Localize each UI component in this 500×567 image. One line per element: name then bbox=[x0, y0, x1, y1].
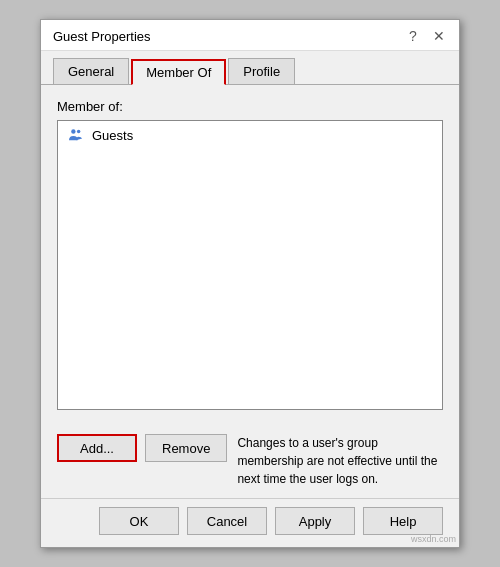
cancel-button[interactable]: Cancel bbox=[187, 507, 267, 535]
remove-button[interactable]: Remove bbox=[145, 434, 227, 462]
title-bar: Guest Properties ? ✕ bbox=[41, 20, 459, 51]
add-button[interactable]: Add... bbox=[57, 434, 137, 462]
member-of-listbox[interactable]: Guests bbox=[57, 120, 443, 410]
bottom-buttons-row: OK Cancel Apply Help bbox=[41, 498, 459, 547]
dialog-title: Guest Properties bbox=[53, 29, 151, 44]
ok-button[interactable]: OK bbox=[99, 507, 179, 535]
mid-buttons-row: Add... Remove Changes to a user's group … bbox=[41, 424, 459, 494]
mid-left-buttons: Add... Remove bbox=[57, 434, 227, 462]
group-icon bbox=[66, 127, 86, 143]
svg-point-1 bbox=[77, 130, 81, 134]
group-name: Guests bbox=[92, 128, 133, 143]
apply-button[interactable]: Apply bbox=[275, 507, 355, 535]
help-dialog-button[interactable]: Help bbox=[363, 507, 443, 535]
title-bar-left: Guest Properties bbox=[53, 29, 151, 44]
tab-general[interactable]: General bbox=[53, 58, 129, 85]
tab-profile[interactable]: Profile bbox=[228, 58, 295, 85]
tab-member-of[interactable]: Member Of bbox=[131, 59, 226, 85]
title-bar-controls: ? ✕ bbox=[405, 28, 447, 44]
svg-point-0 bbox=[71, 129, 75, 133]
member-of-label: Member of: bbox=[57, 99, 443, 114]
tab-content: Member of: Guests bbox=[41, 85, 459, 424]
close-button[interactable]: ✕ bbox=[431, 28, 447, 44]
guest-properties-dialog: Guest Properties ? ✕ General Member Of P… bbox=[40, 19, 460, 548]
info-text: Changes to a user's group membership are… bbox=[237, 434, 443, 488]
tabs-row: General Member Of Profile bbox=[41, 51, 459, 85]
list-item: Guests bbox=[62, 125, 438, 145]
help-button[interactable]: ? bbox=[405, 28, 421, 44]
